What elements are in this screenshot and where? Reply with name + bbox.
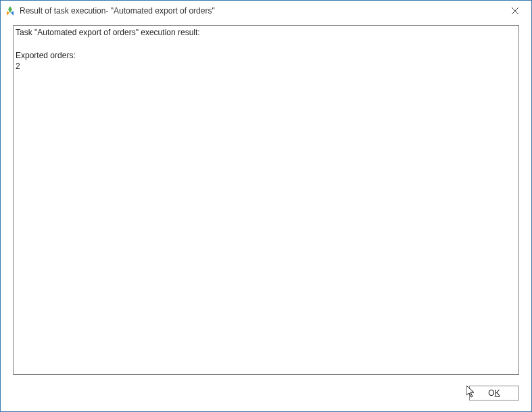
- result-line-2: Exported orders:: [16, 51, 76, 60]
- app-icon: [5, 5, 16, 16]
- dialog-window: Result of task execution- "Automated exp…: [0, 0, 532, 412]
- ok-prefix: O: [488, 388, 494, 398]
- ok-suffix: K: [495, 388, 500, 398]
- result-line-3: 2: [16, 62, 20, 71]
- window-title: Result of task execution- "Automated exp…: [20, 6, 502, 16]
- button-row: OK: [1, 375, 531, 411]
- titlebar: Result of task execution- "Automated exp…: [1, 1, 531, 21]
- close-icon: [512, 7, 518, 14]
- close-button[interactable]: [502, 1, 529, 20]
- content-area: Task "Automated export of orders" execut…: [1, 21, 531, 375]
- result-text-panel[interactable]: Task "Automated export of orders" execut…: [13, 25, 519, 375]
- ok-button[interactable]: OK: [469, 386, 519, 400]
- result-line-1: Task "Automated export of orders" execut…: [16, 28, 200, 37]
